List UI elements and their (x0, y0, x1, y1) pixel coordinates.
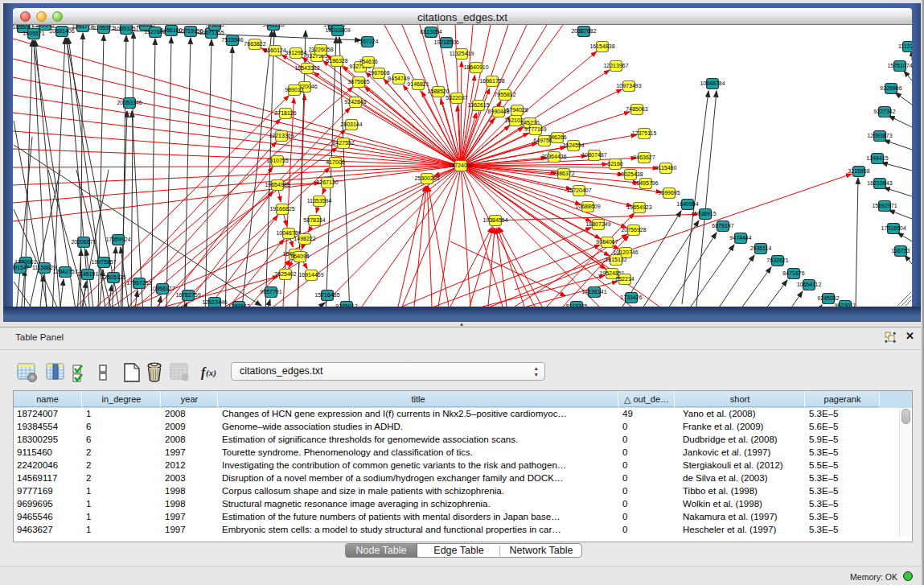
svg-text:1498222: 1498222 (294, 236, 315, 241)
svg-text:8427552: 8427552 (332, 140, 354, 146)
svg-text:9242848: 9242848 (344, 99, 366, 105)
svg-text:16210643: 16210643 (867, 180, 892, 186)
svg-text:12213369: 12213369 (269, 133, 294, 138)
svg-text:9115460: 9115460 (655, 165, 677, 171)
svg-text:7357224: 7357224 (356, 39, 378, 44)
svg-text:17016504: 17016504 (881, 225, 906, 231)
svg-text:19654985: 19654985 (265, 182, 290, 187)
svg-text:20364436: 20364436 (541, 154, 566, 159)
svg-text:1293847: 1293847 (228, 303, 249, 307)
svg-text:11325419: 11325419 (450, 51, 474, 56)
svg-text:10958127: 10958127 (150, 286, 175, 291)
svg-text:5322037: 5322037 (446, 95, 467, 101)
svg-text:10648784: 10648784 (700, 80, 725, 86)
svg-text:9041218: 9041218 (262, 25, 284, 27)
svg-text:8471676: 8471676 (782, 270, 804, 276)
svg-text:10671355: 10671355 (199, 30, 224, 35)
svg-text:1362615: 1362615 (467, 102, 489, 108)
svg-text:12093873: 12093873 (867, 133, 892, 138)
svg-text:964094: 964094 (290, 253, 309, 259)
svg-text:9245052: 9245052 (817, 295, 839, 301)
svg-text:25300205: 25300205 (414, 175, 439, 181)
svg-text:12505135: 12505135 (101, 274, 125, 280)
svg-text:62160: 62160 (607, 161, 623, 167)
svg-text:10654112: 10654112 (797, 282, 822, 287)
svg-text:1112233: 1112233 (898, 43, 912, 49)
svg-text:8813054: 8813054 (420, 29, 441, 35)
svg-text:(x): (x) (206, 368, 216, 378)
svg-text:9245012: 9245012 (335, 303, 357, 307)
svg-text:15716485: 15716485 (314, 292, 339, 298)
svg-text:7485063: 7485063 (626, 106, 647, 112)
svg-text:8186328: 8186328 (326, 58, 347, 64)
svg-text:19384554: 19384554 (483, 217, 507, 223)
svg-text:1993778: 1993778 (72, 25, 93, 29)
svg-text:8112345: 8112345 (566, 303, 588, 307)
svg-text:9329966: 9329966 (880, 85, 901, 91)
svg-text:20053346: 20053346 (117, 100, 142, 105)
svg-text:9227342: 9227342 (873, 109, 895, 114)
svg-text:7663822: 7663822 (244, 41, 265, 47)
svg-text:9084067: 9084067 (596, 239, 618, 245)
svg-text:19218506: 19218506 (433, 39, 458, 45)
svg-text:15751074: 15751074 (887, 63, 912, 68)
svg-text:9474444: 9474444 (729, 235, 751, 241)
svg-text:19654923: 19654923 (626, 204, 651, 210)
svg-text:20691406: 20691406 (49, 28, 74, 34)
svg-text:989013: 989013 (285, 87, 303, 93)
svg-text:16914469: 16914469 (298, 272, 323, 278)
svg-text:17957253: 17957253 (126, 280, 151, 286)
svg-text:2803144: 2803144 (340, 122, 362, 127)
svg-text:9146821: 9146821 (407, 81, 429, 87)
svg-text:1010755: 1010755 (266, 158, 288, 163)
svg-text:1244415: 1244415 (866, 155, 888, 161)
svg-text:10688609: 10688609 (575, 204, 600, 209)
svg-text:7955812: 7955812 (494, 92, 515, 97)
svg-text:12923446: 12923446 (202, 299, 227, 305)
svg-text:746266: 746266 (548, 134, 566, 140)
svg-text:10046786: 10046786 (276, 230, 301, 236)
svg-text:771233: 771233 (205, 25, 224, 27)
svg-text:1733426: 1733426 (620, 295, 642, 300)
svg-text:16961758: 16961758 (479, 78, 504, 84)
svg-text:7986372: 7986372 (552, 171, 574, 176)
svg-text:15692971: 15692971 (872, 203, 897, 208)
svg-text:3875685: 3875685 (347, 79, 369, 84)
svg-text:23226058: 23226058 (308, 47, 333, 52)
svg-text:18807249: 18807249 (585, 221, 610, 227)
svg-text:3215958: 3215958 (848, 168, 869, 174)
svg-text:18495796: 18495796 (633, 180, 658, 186)
svg-text:5938915: 5938915 (694, 211, 716, 216)
svg-text:11353594: 11353594 (307, 198, 332, 204)
svg-text:9699695: 9699695 (658, 190, 680, 196)
svg-text:16782759: 16782759 (175, 292, 200, 298)
svg-text:252214: 252214 (615, 276, 634, 282)
svg-text:18724007: 18724007 (448, 163, 473, 168)
svg-text:2105373: 2105373 (92, 25, 114, 31)
svg-text:12375115: 12375115 (632, 130, 657, 136)
svg-text:10653257: 10653257 (113, 26, 138, 31)
svg-text:17359924: 17359924 (105, 237, 130, 242)
svg-text:1405571: 1405571 (23, 31, 44, 36)
svg-text:9777169: 9777169 (524, 126, 546, 132)
svg-text:18640910: 18640910 (463, 64, 488, 70)
svg-text:9657791: 9657791 (260, 289, 281, 295)
svg-text:3912954: 3912954 (285, 50, 306, 56)
svg-text:8660124: 8660124 (264, 47, 285, 53)
svg-text:8454749: 8454749 (388, 76, 409, 81)
svg-text:9623011: 9623011 (835, 303, 856, 307)
svg-text:12213967: 12213967 (603, 63, 628, 68)
svg-text:10025438: 10025438 (618, 171, 643, 177)
svg-text:2718126: 2718126 (274, 110, 296, 116)
svg-text:3624554: 3624554 (562, 142, 584, 148)
svg-text:20206576: 20206576 (71, 239, 96, 245)
svg-text:20387682: 20387682 (571, 28, 596, 34)
svg-text:10807487: 10807487 (581, 152, 606, 158)
svg-text:417006: 417006 (326, 159, 344, 165)
svg-text:20756928: 20756928 (621, 227, 646, 233)
svg-text:5878334: 5878334 (303, 217, 325, 223)
svg-text:2935114: 2935114 (750, 245, 772, 251)
svg-text:16543382: 16543382 (294, 65, 319, 71)
svg-text:116753: 116753 (892, 248, 910, 253)
svg-text:1145191: 1145191 (77, 271, 99, 277)
